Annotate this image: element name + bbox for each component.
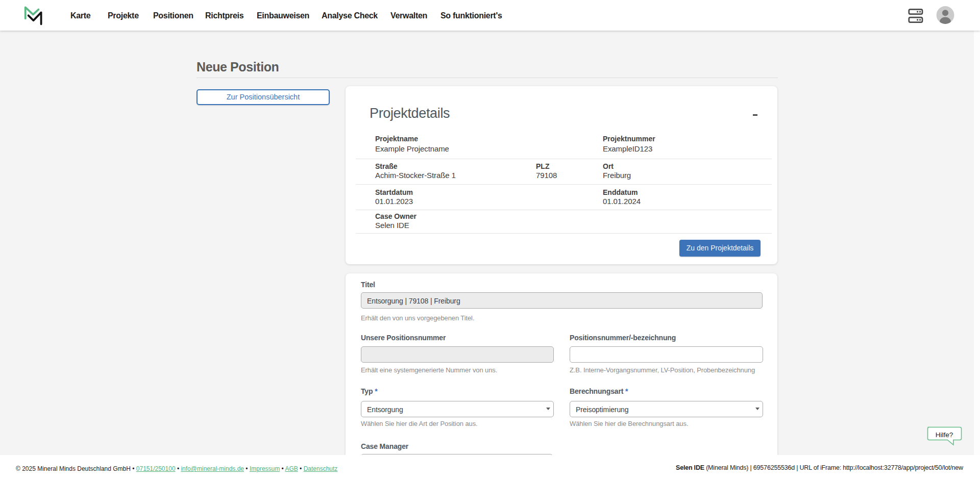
svg-text:Hilfe?: Hilfe? xyxy=(935,431,953,438)
